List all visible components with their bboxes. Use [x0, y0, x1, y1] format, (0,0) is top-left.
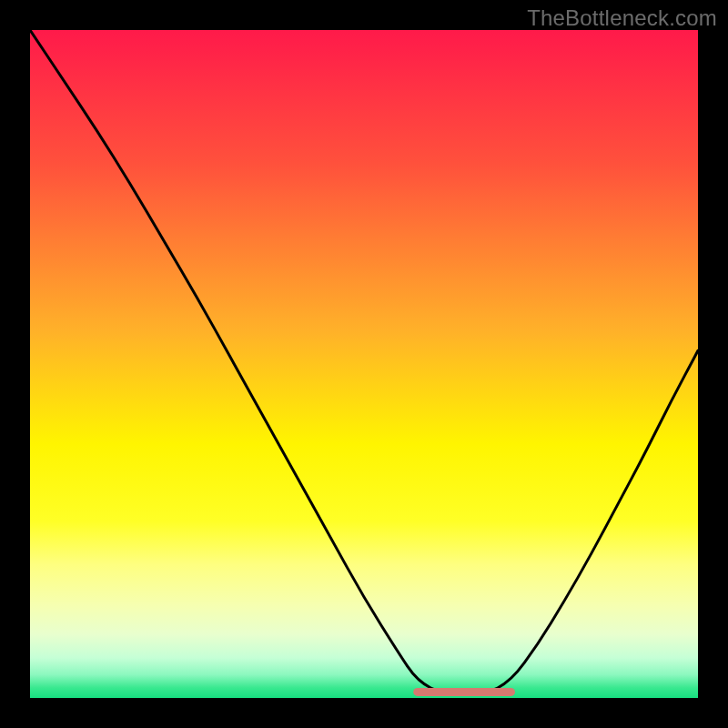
plot-area	[30, 30, 698, 698]
watermark-text: TheBottleneck.com	[527, 5, 717, 31]
chart-svg	[30, 30, 698, 698]
chart-frame: TheBottleneck.com	[0, 0, 728, 728]
